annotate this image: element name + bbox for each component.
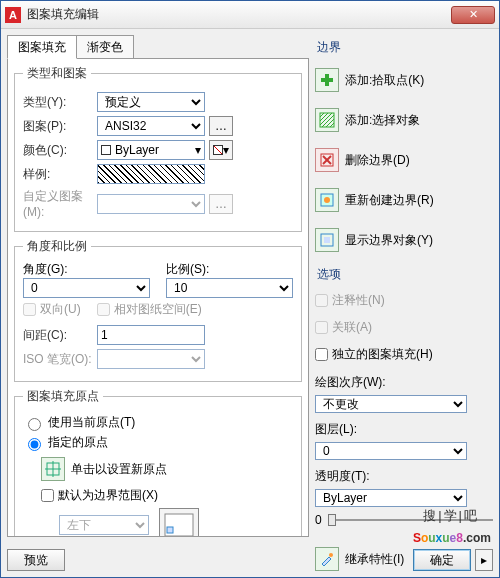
select-custom	[97, 194, 205, 214]
check-annotative	[315, 294, 328, 307]
label-spacing: 间距(C):	[23, 327, 93, 344]
titlebar: A 图案填充编辑 ✕	[1, 1, 499, 29]
logo-text-top: 搜|学|吧	[423, 507, 479, 525]
group-origin: 图案填充原点 使用当前原点(T) 指定的原点 单击以设置新原点 默认为边界范围(…	[14, 388, 302, 537]
check-bidir	[23, 303, 36, 316]
group-type-pattern: 类型和图案 类型(Y): 预定义 图案(P): ANSI32 … 颜色(C): …	[14, 65, 302, 232]
show-icon	[315, 228, 339, 252]
pattern-browse-button[interactable]: …	[209, 116, 233, 136]
select-iso	[97, 349, 205, 369]
recreate-icon	[315, 188, 339, 212]
legend-type: 类型和图案	[23, 65, 91, 82]
select-pattern[interactable]: ANSI32	[97, 116, 205, 136]
radio-specified[interactable]	[28, 438, 41, 451]
legend-origin: 图案填充原点	[23, 388, 103, 405]
svg-point-12	[324, 197, 330, 203]
tab-hatch[interactable]: 图案填充	[7, 35, 77, 59]
add-pick-points[interactable]: 添加:拾取点(K)	[315, 68, 493, 92]
check-default-ext[interactable]	[41, 489, 54, 502]
crosshair-icon	[41, 457, 65, 481]
group-angle-scale: 角度和比例 角度(G): 0 比例(S): 10 双向(U) 相对图纸	[14, 238, 302, 382]
radio-use-current[interactable]	[28, 418, 41, 431]
add-select-objects[interactable]: 添加:选择对象	[315, 108, 493, 132]
section-options: 选项	[317, 266, 493, 283]
svg-rect-6	[321, 78, 333, 82]
transparency-value: 0	[315, 513, 322, 527]
label-draw-order: 绘图次序(W):	[315, 374, 493, 391]
select-scale[interactable]: 10	[166, 278, 293, 298]
label-type: 类型(Y):	[23, 94, 93, 111]
label-pattern: 图案(P):	[23, 118, 93, 135]
select-transparency[interactable]: ByLayer	[315, 489, 467, 507]
select-type[interactable]: 预定义	[97, 92, 205, 112]
select-extent: 左下	[59, 515, 149, 535]
label-layer: 图层(L):	[315, 421, 493, 438]
select-color[interactable]: ByLayer▾	[97, 140, 205, 160]
check-paper	[97, 303, 110, 316]
section-boundary: 边界	[317, 39, 493, 56]
select-draw-order[interactable]: 不更改	[315, 395, 467, 413]
check-associative	[315, 321, 328, 334]
tab-gradient[interactable]: 渐变色	[76, 35, 134, 59]
set-origin-button[interactable]: 单击以设置新原点	[41, 457, 293, 481]
left-panel: 类型和图案 类型(Y): 预定义 图案(P): ANSI32 … 颜色(C): …	[7, 58, 309, 537]
expand-button[interactable]: ▸	[475, 549, 493, 571]
select-layer[interactable]: 0	[315, 442, 467, 460]
label-angle: 角度(G):	[23, 261, 150, 278]
custom-browse-button: …	[209, 194, 233, 214]
svg-rect-4	[167, 527, 173, 533]
color-value: ByLayer	[115, 143, 159, 157]
extent-preview-icon	[159, 508, 199, 537]
check-independent[interactable]	[315, 348, 328, 361]
select-angle[interactable]: 0	[23, 278, 150, 298]
recreate-boundary[interactable]: 重新创建边界(R)	[315, 188, 493, 212]
label-sample: 样例:	[23, 166, 93, 183]
ok-button[interactable]: 确定	[413, 549, 471, 571]
preview-button[interactable]: 预览	[7, 549, 65, 571]
close-button[interactable]: ✕	[451, 6, 495, 24]
plus-hatch-icon	[315, 108, 339, 132]
button-bar: 预览 确定 ▸	[7, 549, 493, 571]
legend-angle: 角度和比例	[23, 238, 91, 255]
souxue-logo: Souxue8.com	[413, 524, 491, 547]
tab-strip: 图案填充 渐变色	[7, 35, 309, 59]
window-title: 图案填充编辑	[27, 6, 451, 23]
remove-boundary[interactable]: 删除边界(D)	[315, 148, 493, 172]
input-spacing[interactable]	[97, 325, 205, 345]
show-boundary[interactable]: 显示边界对象(Y)	[315, 228, 493, 252]
plus-icon	[315, 68, 339, 92]
label-transparency: 透明度(T):	[315, 468, 493, 485]
bg-color-button[interactable]: ▾	[209, 140, 233, 160]
app-icon: A	[5, 7, 21, 23]
label-scale: 比例(S):	[166, 261, 293, 278]
remove-icon	[315, 148, 339, 172]
label-color: 颜色(C):	[23, 142, 93, 159]
label-iso: ISO 笔宽(O):	[23, 351, 93, 368]
sample-swatch[interactable]	[97, 164, 205, 184]
svg-rect-14	[324, 237, 330, 243]
dialog-window: A 图案填充编辑 ✕ 图案填充 渐变色 类型和图案 类型(Y): 预定义 图案(…	[0, 0, 500, 578]
label-custom: 自定义图案(M):	[23, 188, 93, 219]
